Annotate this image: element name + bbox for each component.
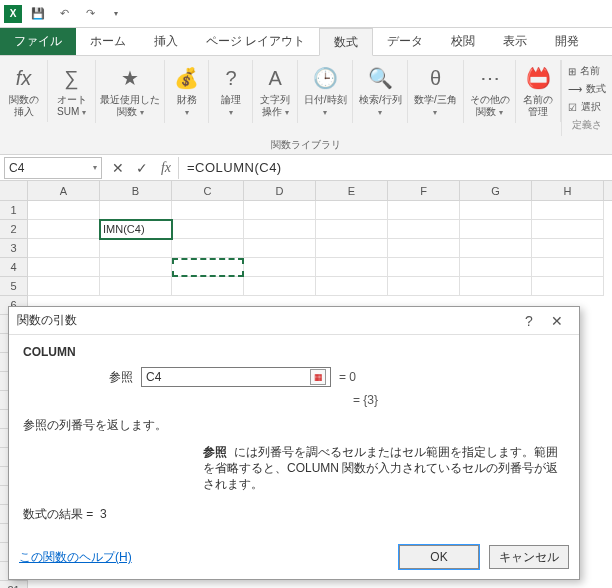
financial-button[interactable]: 💰 財務▾ (169, 62, 205, 121)
autosum-button[interactable]: ∑ オートSUM ▾ (53, 62, 91, 121)
datetime-button[interactable]: 🕒 日付/時刻▾ (300, 62, 351, 121)
argument-label: 参照 (23, 369, 133, 386)
cell-C2[interactable] (172, 220, 244, 239)
save-icon[interactable]: 💾 (28, 4, 48, 24)
dialog-close-icon[interactable]: ✕ (543, 313, 571, 329)
tab-view[interactable]: 表示 (489, 28, 541, 55)
cell-B3[interactable] (100, 239, 172, 258)
cell-H2[interactable] (532, 220, 604, 239)
confirm-edit-button[interactable]: ✓ (130, 157, 154, 179)
cell-F5[interactable] (388, 277, 460, 296)
cell-C3[interactable] (172, 239, 244, 258)
tab-data[interactable]: データ (373, 28, 437, 55)
text-button[interactable]: A 文字列操作 ▾ (256, 62, 294, 121)
cell-F2[interactable] (388, 220, 460, 239)
redo-icon[interactable]: ↷ (80, 4, 100, 24)
cell-H4[interactable] (532, 258, 604, 277)
lookup-button[interactable]: 🔍 検索/行列▾ (355, 62, 406, 121)
cell-C5[interactable] (172, 277, 244, 296)
tab-home[interactable]: ホーム (76, 28, 140, 55)
tab-file[interactable]: ファイル (0, 28, 76, 55)
use-in-formula-button[interactable]: ⟶ 数式 (568, 82, 606, 96)
cell-H3[interactable] (532, 239, 604, 258)
qat-more-icon[interactable]: ▾ (106, 4, 126, 24)
insert-function-icon[interactable]: fx (154, 157, 178, 179)
cell-D5[interactable] (244, 277, 316, 296)
cell-H1[interactable] (532, 201, 604, 220)
tab-insert[interactable]: 挿入 (140, 28, 192, 55)
cell-G4[interactable] (460, 258, 532, 277)
cell-E1[interactable] (316, 201, 388, 220)
row-header-1[interactable]: 1 (0, 201, 28, 220)
name-manager-button[interactable]: 📛 名前の管理 (519, 62, 557, 120)
create-from-selection-button[interactable]: ☑ 選択 (568, 100, 606, 114)
col-header-H[interactable]: H (532, 181, 604, 200)
lookup-icon: 🔍 (366, 64, 394, 92)
cell-G3[interactable] (460, 239, 532, 258)
col-header-F[interactable]: F (388, 181, 460, 200)
cell-H5[interactable] (532, 277, 604, 296)
argument-input[interactable]: C4 ▦ (141, 367, 331, 387)
cell-E4[interactable] (316, 258, 388, 277)
cell-A3[interactable] (28, 239, 100, 258)
dialog-help-icon[interactable]: ? (515, 313, 543, 329)
cell-C1[interactable] (172, 201, 244, 220)
result-eval: = {3} (23, 393, 565, 407)
col-header-B[interactable]: B (100, 181, 172, 200)
cell-D4[interactable] (244, 258, 316, 277)
undo-icon[interactable]: ↶ (54, 4, 74, 24)
recent-functions-button[interactable]: ★ 最近使用した関数 ▾ (96, 62, 164, 121)
col-header-D[interactable]: D (244, 181, 316, 200)
row-header-21[interactable]: 21 (0, 581, 28, 588)
cell-G5[interactable] (460, 277, 532, 296)
cell-A2[interactable] (28, 220, 100, 239)
math-button[interactable]: θ 数学/三角▾ (410, 62, 461, 121)
tab-page-layout[interactable]: ページ レイアウト (192, 28, 319, 55)
name-box[interactable]: C4 ▾ (4, 157, 102, 179)
cell-F1[interactable] (388, 201, 460, 220)
tab-review[interactable]: 校閲 (437, 28, 489, 55)
cell-E3[interactable] (316, 239, 388, 258)
cancel-edit-button[interactable]: ✕ (106, 157, 130, 179)
cell-A1[interactable] (28, 201, 100, 220)
formula-input[interactable]: =COLUMN(C4) (178, 157, 612, 179)
name-box-dropdown-icon[interactable]: ▾ (93, 163, 97, 172)
cell-D1[interactable] (244, 201, 316, 220)
col-header-A[interactable]: A (28, 181, 100, 200)
row-header-2[interactable]: 2 (0, 220, 28, 239)
cancel-button[interactable]: キャンセル (489, 545, 569, 569)
cell-C4[interactable] (172, 258, 244, 277)
tab-formulas[interactable]: 数式 (319, 28, 373, 56)
select-all-corner[interactable] (0, 181, 28, 200)
cell-A4[interactable] (28, 258, 100, 277)
cell-A5[interactable] (28, 277, 100, 296)
cell-E2[interactable] (316, 220, 388, 239)
tab-developer[interactable]: 開発 (541, 28, 593, 55)
autosum-label-1: オート (57, 94, 87, 105)
cell-B5[interactable] (100, 277, 172, 296)
cell-F4[interactable] (388, 258, 460, 277)
dialog-titlebar[interactable]: 関数の引数 ? ✕ (9, 307, 579, 335)
refedit-icon[interactable]: ▦ (310, 369, 326, 385)
cell-F3[interactable] (388, 239, 460, 258)
define-name-button[interactable]: ⊞ 名前 (568, 64, 606, 78)
cell-B2[interactable]: IMN(C4) (100, 220, 172, 239)
row-header-5[interactable]: 5 (0, 277, 28, 296)
insert-function-button[interactable]: fx 関数の挿入 (5, 62, 43, 120)
cell-D3[interactable] (244, 239, 316, 258)
cell-B4[interactable] (100, 258, 172, 277)
cell-E5[interactable] (316, 277, 388, 296)
logical-button[interactable]: ? 論理▾ (213, 62, 249, 121)
cell-G1[interactable] (460, 201, 532, 220)
col-header-E[interactable]: E (316, 181, 388, 200)
cell-D2[interactable] (244, 220, 316, 239)
cell-B1[interactable] (100, 201, 172, 220)
ok-button[interactable]: OK (399, 545, 479, 569)
col-header-G[interactable]: G (460, 181, 532, 200)
more-functions-button[interactable]: ⋯ その他の関数 ▾ (466, 62, 514, 121)
col-header-C[interactable]: C (172, 181, 244, 200)
cell-G2[interactable] (460, 220, 532, 239)
row-header-4[interactable]: 4 (0, 258, 28, 277)
row-header-3[interactable]: 3 (0, 239, 28, 258)
function-help-link[interactable]: この関数のヘルプ(H) (19, 549, 132, 566)
